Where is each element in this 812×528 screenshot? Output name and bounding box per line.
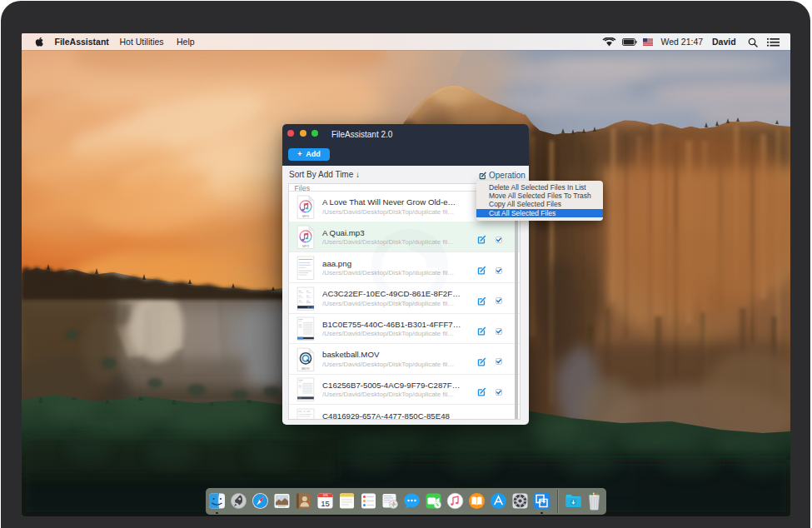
svg-text:JUN: JUN: [322, 494, 328, 497]
svg-text:MP3: MP3: [302, 244, 310, 248]
svg-text:15: 15: [321, 499, 330, 508]
svg-text:MOV: MOV: [301, 366, 310, 371]
svg-text:MP3: MP3: [302, 214, 310, 218]
